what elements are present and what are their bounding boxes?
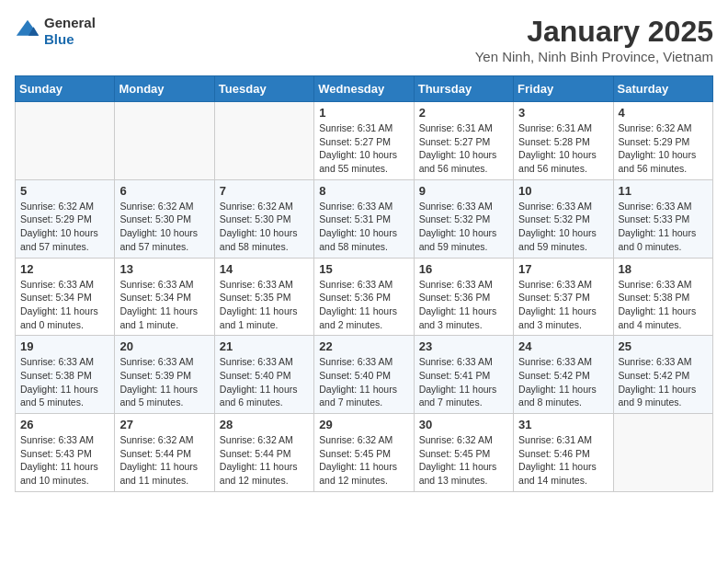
calendar-cell: 28Sunrise: 6:32 AM Sunset: 5:44 PM Dayli… [214, 414, 313, 492]
day-number: 20 [119, 339, 209, 353]
day-number: 14 [220, 262, 309, 276]
day-number: 1 [319, 106, 408, 120]
day-info: Sunrise: 6:33 AM Sunset: 5:34 PM Dayligh… [119, 278, 209, 332]
calendar-cell: 12Sunrise: 6:33 AM Sunset: 5:34 PM Dayli… [16, 258, 115, 336]
day-info: Sunrise: 6:33 AM Sunset: 5:42 PM Dayligh… [518, 355, 608, 409]
day-number: 3 [518, 106, 608, 120]
day-info: Sunrise: 6:33 AM Sunset: 5:36 PM Dayligh… [419, 278, 508, 332]
calendar-title: January 2025 [475, 15, 713, 49]
day-info: Sunrise: 6:33 AM Sunset: 5:42 PM Dayligh… [619, 355, 708, 409]
calendar-cell: 3Sunrise: 6:31 AM Sunset: 5:28 PM Daylig… [514, 102, 613, 180]
calendar-cell [613, 414, 712, 492]
day-number: 29 [319, 418, 408, 431]
calendar-cell: 24Sunrise: 6:33 AM Sunset: 5:42 PM Dayli… [514, 336, 613, 414]
day-number: 16 [419, 262, 508, 276]
calendar-cell: 8Sunrise: 6:33 AM Sunset: 5:31 PM Daylig… [314, 179, 414, 258]
calendar-cell: 31Sunrise: 6:31 AM Sunset: 5:46 PM Dayli… [514, 414, 613, 492]
calendar-cell: 9Sunrise: 6:33 AM Sunset: 5:32 PM Daylig… [414, 179, 513, 258]
calendar-cell: 27Sunrise: 6:32 AM Sunset: 5:44 PM Dayli… [115, 414, 214, 492]
day-info: Sunrise: 6:33 AM Sunset: 5:34 PM Dayligh… [20, 278, 109, 332]
logo-icon [15, 18, 40, 44]
day-info: Sunrise: 6:32 AM Sunset: 5:44 PM Dayligh… [119, 433, 209, 488]
calendar-week-row: 5Sunrise: 6:32 AM Sunset: 5:29 PM Daylig… [16, 179, 713, 258]
logo-text-general: General [44, 15, 96, 30]
day-number: 13 [119, 262, 209, 276]
calendar-cell: 13Sunrise: 6:33 AM Sunset: 5:34 PM Dayli… [115, 258, 214, 336]
logo-text-blue: Blue [44, 31, 74, 47]
day-number: 12 [20, 262, 109, 276]
calendar-cell: 15Sunrise: 6:33 AM Sunset: 5:36 PM Dayli… [314, 258, 414, 336]
day-number: 28 [220, 418, 309, 431]
weekday-header-thursday: Thursday [414, 76, 513, 102]
day-info: Sunrise: 6:33 AM Sunset: 5:36 PM Dayligh… [319, 278, 408, 332]
calendar-cell: 17Sunrise: 6:33 AM Sunset: 5:37 PM Dayli… [514, 258, 613, 336]
day-info: Sunrise: 6:33 AM Sunset: 5:39 PM Dayligh… [119, 355, 209, 409]
day-number: 19 [20, 339, 109, 353]
day-number: 5 [20, 184, 109, 198]
calendar-cell: 16Sunrise: 6:33 AM Sunset: 5:36 PM Dayli… [414, 258, 513, 336]
calendar-cell: 14Sunrise: 6:33 AM Sunset: 5:35 PM Dayli… [214, 258, 313, 336]
day-info: Sunrise: 6:31 AM Sunset: 5:27 PM Dayligh… [319, 121, 408, 176]
day-info: Sunrise: 6:33 AM Sunset: 5:35 PM Dayligh… [220, 278, 309, 332]
weekday-header-friday: Friday [514, 76, 613, 102]
day-number: 21 [220, 339, 309, 353]
calendar-cell: 2Sunrise: 6:31 AM Sunset: 5:27 PM Daylig… [414, 102, 513, 180]
calendar-cell [115, 102, 214, 180]
day-info: Sunrise: 6:32 AM Sunset: 5:30 PM Dayligh… [220, 200, 309, 254]
calendar-cell: 1Sunrise: 6:31 AM Sunset: 5:27 PM Daylig… [314, 102, 414, 180]
day-number: 18 [619, 262, 708, 276]
day-number: 15 [319, 262, 408, 276]
day-info: Sunrise: 6:33 AM Sunset: 5:38 PM Dayligh… [619, 278, 708, 332]
logo: General Blue [15, 15, 96, 48]
day-info: Sunrise: 6:33 AM Sunset: 5:41 PM Dayligh… [419, 355, 508, 409]
day-number: 17 [518, 262, 608, 276]
calendar-cell: 6Sunrise: 6:32 AM Sunset: 5:30 PM Daylig… [115, 179, 214, 258]
day-info: Sunrise: 6:32 AM Sunset: 5:29 PM Dayligh… [20, 200, 109, 254]
weekday-header-row: SundayMondayTuesdayWednesdayThursdayFrid… [16, 76, 713, 102]
title-block: January 2025 Yen Ninh, Ninh Binh Provinc… [475, 15, 713, 64]
day-info: Sunrise: 6:33 AM Sunset: 5:31 PM Dayligh… [319, 200, 408, 254]
day-info: Sunrise: 6:33 AM Sunset: 5:38 PM Dayligh… [20, 355, 109, 409]
weekday-header-wednesday: Wednesday [314, 76, 414, 102]
calendar-week-row: 19Sunrise: 6:33 AM Sunset: 5:38 PM Dayli… [16, 336, 713, 414]
calendar-cell: 19Sunrise: 6:33 AM Sunset: 5:38 PM Dayli… [16, 336, 115, 414]
calendar-cell: 5Sunrise: 6:32 AM Sunset: 5:29 PM Daylig… [16, 179, 115, 258]
day-number: 24 [518, 339, 608, 353]
day-info: Sunrise: 6:33 AM Sunset: 5:33 PM Dayligh… [619, 200, 708, 254]
calendar-cell: 25Sunrise: 6:33 AM Sunset: 5:42 PM Dayli… [613, 336, 712, 414]
day-number: 9 [419, 184, 508, 198]
calendar-week-row: 26Sunrise: 6:33 AM Sunset: 5:43 PM Dayli… [16, 414, 713, 492]
day-info: Sunrise: 6:33 AM Sunset: 5:32 PM Dayligh… [419, 200, 508, 254]
calendar-subtitle: Yen Ninh, Ninh Binh Province, Vietnam [475, 49, 713, 64]
day-info: Sunrise: 6:33 AM Sunset: 5:43 PM Dayligh… [20, 433, 109, 488]
day-number: 10 [518, 184, 608, 198]
day-info: Sunrise: 6:33 AM Sunset: 5:32 PM Dayligh… [518, 200, 608, 254]
weekday-header-tuesday: Tuesday [214, 76, 313, 102]
day-info: Sunrise: 6:31 AM Sunset: 5:46 PM Dayligh… [518, 433, 608, 488]
day-number: 23 [419, 339, 508, 353]
day-number: 2 [419, 106, 508, 120]
day-number: 22 [319, 339, 408, 353]
day-number: 30 [419, 418, 508, 431]
calendar-cell: 20Sunrise: 6:33 AM Sunset: 5:39 PM Dayli… [115, 336, 214, 414]
day-number: 7 [220, 184, 309, 198]
calendar-week-row: 12Sunrise: 6:33 AM Sunset: 5:34 PM Dayli… [16, 258, 713, 336]
calendar-cell: 21Sunrise: 6:33 AM Sunset: 5:40 PM Dayli… [214, 336, 313, 414]
weekday-header-sunday: Sunday [16, 76, 115, 102]
weekday-header-saturday: Saturday [613, 76, 712, 102]
day-info: Sunrise: 6:32 AM Sunset: 5:44 PM Dayligh… [220, 433, 309, 488]
calendar-cell: 30Sunrise: 6:32 AM Sunset: 5:45 PM Dayli… [414, 414, 513, 492]
day-info: Sunrise: 6:33 AM Sunset: 5:37 PM Dayligh… [518, 278, 608, 332]
day-info: Sunrise: 6:32 AM Sunset: 5:29 PM Dayligh… [619, 121, 708, 176]
calendar-cell: 22Sunrise: 6:33 AM Sunset: 5:40 PM Dayli… [314, 336, 414, 414]
day-number: 31 [518, 418, 608, 431]
calendar-cell: 29Sunrise: 6:32 AM Sunset: 5:45 PM Dayli… [314, 414, 414, 492]
calendar-cell: 4Sunrise: 6:32 AM Sunset: 5:29 PM Daylig… [613, 102, 712, 180]
day-number: 27 [119, 418, 209, 431]
calendar-cell: 10Sunrise: 6:33 AM Sunset: 5:32 PM Dayli… [514, 179, 613, 258]
day-number: 8 [319, 184, 408, 198]
day-number: 11 [619, 184, 708, 198]
weekday-header-monday: Monday [115, 76, 214, 102]
day-info: Sunrise: 6:32 AM Sunset: 5:30 PM Dayligh… [119, 200, 209, 254]
day-number: 6 [119, 184, 209, 198]
